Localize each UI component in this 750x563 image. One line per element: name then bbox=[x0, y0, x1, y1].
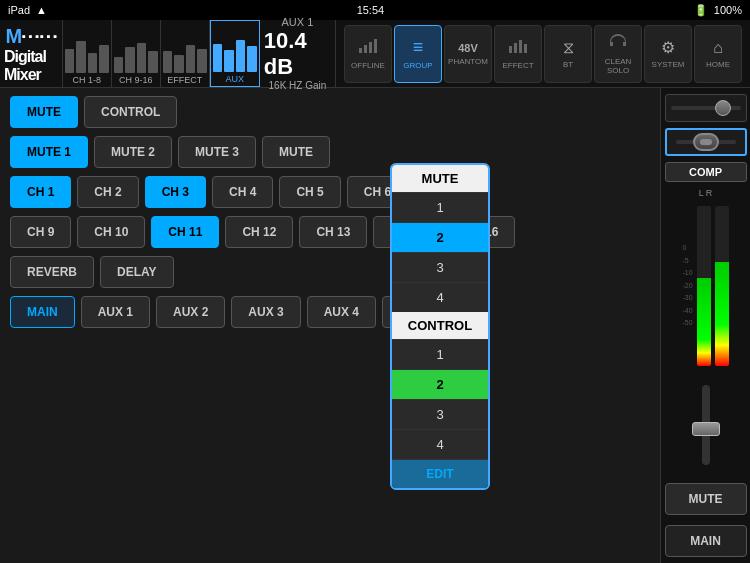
channel-thumb-effect[interactable]: EFFECT bbox=[161, 20, 210, 87]
toolbar-btn-effect[interactable]: EFFECT bbox=[494, 25, 542, 83]
system-label: SYSTEM bbox=[652, 60, 685, 69]
vu-meters: 0-5-10-20-30-40-50 bbox=[682, 206, 728, 366]
toolbar-btn-system[interactable]: ⚙ SYSTEM bbox=[644, 25, 692, 83]
main-fader-track[interactable] bbox=[702, 385, 710, 465]
comp-thumb-slider[interactable] bbox=[665, 128, 747, 156]
offline-icon bbox=[358, 38, 378, 58]
svg-rect-6 bbox=[519, 40, 522, 53]
ch2-btn[interactable]: CH 2 bbox=[77, 176, 138, 208]
dd-edit-btn[interactable]: EDIT bbox=[392, 459, 488, 488]
dd-control-2[interactable]: 2 bbox=[392, 369, 488, 399]
home-label: HOME bbox=[706, 60, 730, 69]
right-mute-btn[interactable]: MUTE bbox=[665, 483, 747, 515]
aux-row: MAIN AUX 1 AUX 2 AUX 3 AUX 4 AUX 5 bbox=[10, 296, 650, 328]
wifi-icon: ▲ bbox=[36, 4, 47, 16]
display-channel: AUX 1 bbox=[282, 16, 314, 28]
dd-control-header: CONTROL bbox=[392, 312, 488, 339]
svg-rect-5 bbox=[514, 43, 517, 53]
svg-rect-3 bbox=[374, 39, 377, 53]
aux2-btn[interactable]: AUX 2 bbox=[156, 296, 225, 328]
main-btn-left[interactable]: MAIN bbox=[10, 296, 75, 328]
reverb-btn[interactable]: REVERB bbox=[10, 256, 94, 288]
dd-control-4[interactable]: 4 bbox=[392, 429, 488, 459]
headphone-icon bbox=[608, 32, 628, 54]
aux3-btn[interactable]: AUX 3 bbox=[231, 296, 300, 328]
phantom-icon: 48V bbox=[458, 42, 478, 54]
vu-meter-right bbox=[715, 206, 729, 366]
svg-rect-1 bbox=[364, 45, 367, 53]
thumb-bars-ch9-16 bbox=[114, 33, 158, 73]
effect-label: EFFECT bbox=[502, 61, 533, 70]
svg-rect-4 bbox=[509, 46, 512, 53]
home-icon: ⌂ bbox=[713, 39, 723, 57]
thumb-label-effect: EFFECT bbox=[167, 75, 202, 85]
ch12-btn[interactable]: CH 12 bbox=[225, 216, 293, 248]
vu-label: L R bbox=[699, 188, 713, 198]
phantom-label: PHANTOM bbox=[448, 57, 488, 66]
toolbar-icons: OFFLINE ≡ GROUP 48V PHANTOM EFFECT ⧖ BT … bbox=[336, 20, 750, 87]
thumb-label-aux: AUX bbox=[226, 74, 245, 84]
dd-control-3[interactable]: 3 bbox=[392, 399, 488, 429]
mute-group-4[interactable]: MUTE bbox=[262, 136, 330, 168]
clean-solo-label: CLEAN SOLO bbox=[595, 57, 641, 75]
ch4-btn[interactable]: CH 4 bbox=[212, 176, 273, 208]
channel-thumb-ch9-16[interactable]: CH 9-16 bbox=[112, 20, 161, 87]
right-main-btn[interactable]: MAIN bbox=[665, 525, 747, 557]
main-content: MUTE CONTROL MUTE 1 MUTE 2 MUTE 3 MUTE C… bbox=[0, 88, 750, 563]
toolbar-btn-group[interactable]: ≡ GROUP bbox=[394, 25, 442, 83]
aux4-btn[interactable]: AUX 4 bbox=[307, 296, 376, 328]
channel-thumb-ch1-8[interactable]: CH 1-8 bbox=[63, 20, 112, 87]
right-panel: COMP L R 0-5-10-20-30-40-50 MUTE MAIN bbox=[660, 88, 750, 563]
dd-mute-3[interactable]: 3 bbox=[392, 252, 488, 282]
delay-btn[interactable]: DELAY bbox=[100, 256, 174, 288]
effect-icon bbox=[508, 38, 528, 58]
dd-mute-header: MUTE bbox=[392, 165, 488, 192]
main-fader-container bbox=[702, 372, 710, 477]
ch10-btn[interactable]: CH 10 bbox=[77, 216, 145, 248]
toolbar-btn-phantom[interactable]: 48V PHANTOM bbox=[444, 25, 492, 83]
toolbar: M⋯⋯ Digital Mixer CH 1-8 CH 9-16 EFFECT bbox=[0, 20, 750, 88]
toolbar-btn-offline[interactable]: OFFLINE bbox=[344, 25, 392, 83]
channel-thumb-aux[interactable]: AUX bbox=[210, 20, 260, 87]
dd-mute-2[interactable]: 2 bbox=[392, 222, 488, 252]
aux1-btn[interactable]: AUX 1 bbox=[81, 296, 150, 328]
status-right: 🔋 100% bbox=[694, 4, 742, 17]
display-area: AUX 1 10.4 dB 16K HZ Gain bbox=[260, 20, 336, 87]
logo-text: M⋯⋯ bbox=[6, 24, 57, 48]
dd-control-1[interactable]: 1 bbox=[392, 339, 488, 369]
ch3-btn[interactable]: CH 3 bbox=[145, 176, 206, 208]
top-row: MUTE CONTROL bbox=[10, 96, 650, 128]
group-icon: ≡ bbox=[413, 37, 424, 58]
battery-icon: 🔋 bbox=[694, 4, 708, 17]
control-button[interactable]: CONTROL bbox=[84, 96, 177, 128]
dd-mute-1[interactable]: 1 bbox=[392, 192, 488, 222]
comp-label: COMP bbox=[665, 162, 747, 182]
offline-label: OFFLINE bbox=[351, 61, 385, 70]
vu-meter-left bbox=[697, 206, 711, 366]
ch1-btn[interactable]: CH 1 bbox=[10, 176, 71, 208]
toolbar-btn-clean-solo[interactable]: CLEAN SOLO bbox=[594, 25, 642, 83]
main-fader-thumb bbox=[692, 422, 720, 436]
dd-mute-4[interactable]: 4 bbox=[392, 282, 488, 312]
thumb-label-ch1-8: CH 1-8 bbox=[73, 75, 102, 85]
group-label: GROUP bbox=[403, 61, 432, 70]
ch5-btn[interactable]: CH 5 bbox=[279, 176, 340, 208]
time-display: 15:54 bbox=[357, 4, 385, 16]
svg-rect-7 bbox=[524, 44, 527, 53]
comp-slider-top[interactable] bbox=[665, 94, 747, 122]
ch11-btn[interactable]: CH 11 bbox=[151, 216, 219, 248]
thumb-label-ch9-16: CH 9-16 bbox=[119, 75, 153, 85]
mute-group-1[interactable]: MUTE 1 bbox=[10, 136, 88, 168]
toolbar-btn-bt[interactable]: ⧖ BT bbox=[544, 25, 592, 83]
toolbar-btn-home[interactable]: ⌂ HOME bbox=[694, 25, 742, 83]
mute-groups-row: MUTE 1 MUTE 2 MUTE 3 MUTE bbox=[10, 136, 650, 168]
channel-row-1: CH 1 CH 2 CH 3 CH 4 CH 5 CH 6 CH 8 bbox=[10, 176, 650, 208]
mute-button[interactable]: MUTE bbox=[10, 96, 78, 128]
ch9-btn[interactable]: CH 9 bbox=[10, 216, 71, 248]
ch13-btn[interactable]: CH 13 bbox=[299, 216, 367, 248]
left-panel: MUTE CONTROL MUTE 1 MUTE 2 MUTE 3 MUTE C… bbox=[0, 88, 660, 563]
battery-text: 100% bbox=[714, 4, 742, 16]
thumb-bars-effect bbox=[163, 33, 207, 73]
mute-group-3[interactable]: MUTE 3 bbox=[178, 136, 256, 168]
mute-group-2[interactable]: MUTE 2 bbox=[94, 136, 172, 168]
